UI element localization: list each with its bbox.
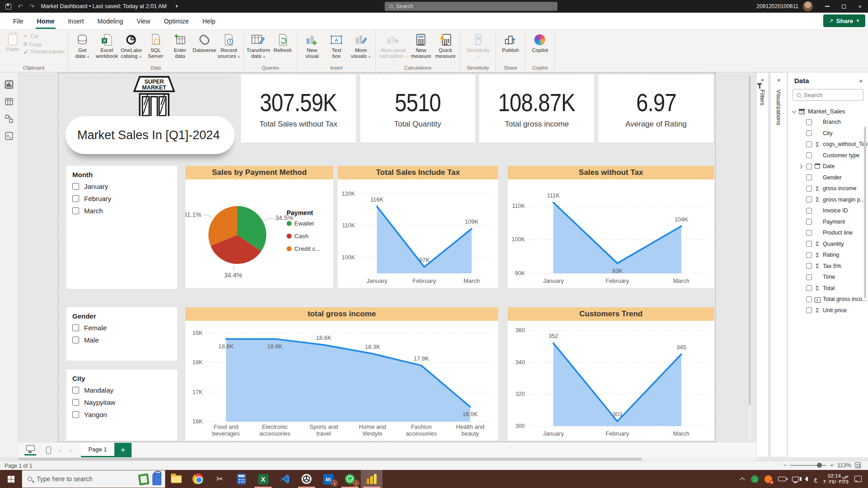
avatar[interactable]	[803, 1, 813, 11]
total-sales-include-tax-card[interactable]: Total Sales Include Tax 100K110K120K116K…	[338, 166, 498, 288]
field-checkbox[interactable]	[806, 174, 812, 180]
excel-taskbar-icon[interactable]: X	[252, 470, 274, 488]
field-checkbox[interactable]	[806, 274, 812, 280]
next-page-arrow[interactable]: ›	[70, 446, 72, 454]
global-search-input[interactable]: Search	[385, 2, 557, 11]
kpi-card-average-of-rating[interactable]: 6.97 Average of Rating	[599, 75, 713, 142]
dashboard-title-card[interactable]: Market Sales In [Q1]-2024	[66, 116, 235, 154]
save-icon[interactable]	[5, 4, 11, 9]
field-time[interactable]: Time	[788, 272, 868, 283]
field-payment[interactable]: Payment	[788, 216, 868, 228]
field-branch[interactable]: Branch	[788, 117, 868, 128]
checkbox-female[interactable]	[72, 324, 79, 331]
transform-data-button[interactable]: Transformdata ∨	[246, 32, 270, 61]
visualizations-pane-collapsed[interactable]: « Visualizations	[770, 72, 787, 457]
field-checkbox[interactable]	[806, 186, 812, 192]
publish-button[interactable]: Publish	[499, 32, 522, 61]
table-view-button[interactable]	[4, 97, 14, 107]
kpi-card-total-gross-income[interactable]: 108.87K Total gross income	[479, 75, 594, 142]
slicer-option-march[interactable]: March	[66, 205, 177, 217]
recent-sources-button[interactable]: Recentsources ∨	[217, 32, 241, 61]
canvas-vertical-scrollbar[interactable]	[748, 75, 751, 439]
field-checkbox[interactable]	[806, 119, 812, 125]
slicer-option-female[interactable]: Female	[66, 322, 177, 334]
field-rating[interactable]: Σ Rating	[788, 249, 868, 261]
calculator-taskbar-icon[interactable]	[231, 470, 252, 488]
expand-visualizations-icon[interactable]: «	[771, 73, 787, 83]
total-gross-income-card[interactable]: total gross income 16K17K18K19K18.8K18.8…	[185, 307, 498, 441]
prev-page-arrow[interactable]: ‹	[59, 446, 61, 454]
slicer-option-february[interactable]: February	[66, 192, 177, 205]
report-view-button[interactable]	[4, 80, 14, 89]
notifications-icon[interactable]	[854, 476, 862, 482]
snipping-tool-taskbar-icon[interactable]: ✂	[209, 470, 231, 488]
field-checkbox[interactable]	[806, 263, 812, 269]
slicer-option-naypyitaw[interactable]: Naypyitaw	[66, 396, 177, 408]
network-icon[interactable]	[792, 477, 799, 482]
kpi-card-total-sales-without-tax[interactable]: 307.59K Total Sales without Tax	[241, 75, 356, 142]
field-unit-price[interactable]: Σ Unit price	[788, 305, 868, 316]
canvas-horizontal-scrollbar[interactable]	[18, 457, 756, 461]
whatsapp-taskbar-icon[interactable]: 1	[339, 470, 361, 488]
pie-chart-card[interactable]: Sales by Payment Method 34.5%34.4%31.1% …	[185, 166, 333, 288]
idm-tray-icon[interactable]: ↓	[751, 475, 759, 483]
expand-icon[interactable]	[798, 164, 803, 169]
dataverse-button[interactable]: Dataverse	[193, 32, 216, 61]
page-tab[interactable]: Page 1	[81, 443, 114, 457]
fit-to-page-button[interactable]	[855, 462, 861, 468]
quick-measure-button[interactable]: Quickmeasure	[434, 32, 457, 61]
menu-help[interactable]: Help	[196, 14, 222, 29]
vscode-taskbar-icon[interactable]	[274, 470, 296, 488]
field-city[interactable]: City	[788, 128, 868, 139]
battery-icon[interactable]	[778, 477, 786, 481]
month-slicer[interactable]: Month January February March	[66, 166, 177, 289]
get-data-button[interactable]: Getdata ∨	[71, 32, 94, 61]
powerbi-taskbar-icon[interactable]	[361, 470, 382, 488]
field-customer-type[interactable]: Customer type	[788, 150, 868, 161]
report-canvas[interactable]: SUPER MARKET Market Sales In [Q1]-2024 3…	[18, 72, 756, 443]
title-caret-icon[interactable]: ▼	[175, 4, 179, 9]
field-checkbox[interactable]	[806, 141, 812, 147]
field-checkbox[interactable]	[806, 130, 812, 136]
field-gender[interactable]: Gender	[788, 172, 868, 183]
sql-server-button[interactable]: SQLServer	[144, 32, 167, 61]
chevron-down-icon[interactable]	[792, 108, 797, 113]
menu-insert[interactable]: Insert	[61, 14, 90, 29]
gender-slicer[interactable]: Gender Female Male	[66, 307, 177, 361]
field-gross-margin-p[interactable]: Σ gross margin p...	[788, 194, 868, 206]
zoom-out-button[interactable]: −	[783, 462, 787, 469]
share-button[interactable]: ↗ Share ▼	[823, 14, 865, 27]
field-checkbox[interactable]	[806, 208, 812, 214]
field-date[interactable]: Date	[788, 161, 868, 172]
slicer-option-male[interactable]: Male	[66, 334, 177, 346]
excel-workbook-button[interactable]: X Excelworkbook	[95, 32, 118, 61]
undo-icon[interactable]: ↶	[18, 3, 23, 10]
desktop-layout-button[interactable]	[18, 445, 36, 455]
close-button[interactable]: ×	[852, 0, 868, 13]
minimize-button[interactable]	[819, 0, 835, 13]
field-checkbox[interactable]	[806, 252, 812, 258]
linkedin-taskbar-icon[interactable]: in 1	[317, 470, 339, 488]
file-explorer-taskbar-icon[interactable]	[165, 470, 187, 488]
field-checkbox[interactable]	[806, 307, 812, 313]
model-view-button[interactable]	[4, 114, 14, 124]
menu-view[interactable]: View	[130, 14, 157, 29]
clock[interactable]: ص 02:14 ٢٠٢٥/٠٣/٢٥	[823, 473, 849, 485]
checkbox-naypyitaw[interactable]	[72, 399, 79, 406]
enter-data-button[interactable]: Enterdata	[168, 32, 192, 61]
field-checkbox[interactable]	[806, 197, 812, 202]
checkbox-march[interactable]	[72, 207, 79, 214]
city-slicer[interactable]: City Mandalay Naypyitaw Yangon	[66, 370, 177, 441]
new-visual-button[interactable]: Newvisual	[300, 32, 324, 61]
slicer-option-january[interactable]: January	[66, 180, 177, 192]
checkbox-male[interactable]	[72, 337, 79, 343]
menu-optimize[interactable]: Optimize	[157, 14, 195, 29]
new-page-button[interactable]: +	[114, 443, 132, 457]
checkbox-january[interactable]	[72, 183, 79, 190]
field-checkbox[interactable]	[806, 241, 812, 247]
field-cogs-without-tax[interactable]: Σ cogs_without_Tax	[788, 139, 868, 150]
field-checkbox[interactable]	[806, 230, 812, 236]
customers-trend-card[interactable]: Customers Trend 300320340360352303345Jan…	[508, 307, 714, 441]
data-pane-scrollbar[interactable]	[864, 108, 867, 488]
redo-icon[interactable]: ↷	[29, 3, 35, 10]
